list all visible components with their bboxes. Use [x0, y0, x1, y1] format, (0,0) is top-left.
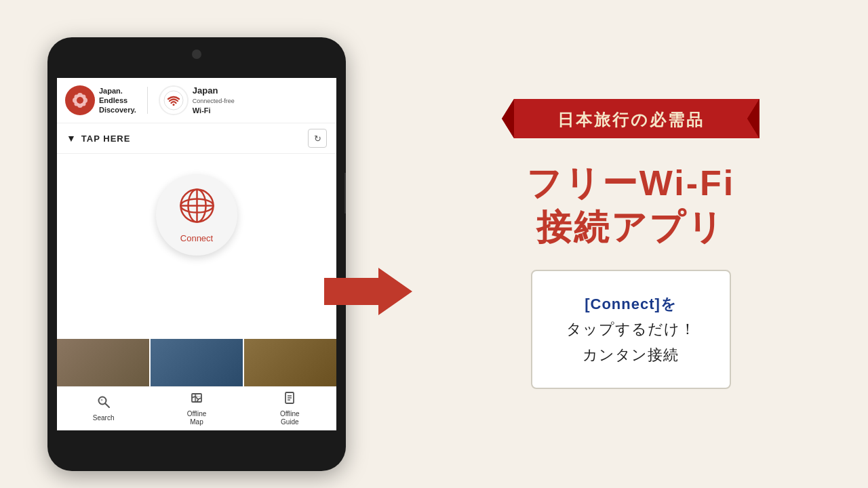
- ribbon-text: 日本旅行の必需品: [557, 109, 705, 131]
- connect-label: Connect: [180, 233, 213, 243]
- tap-here-left: ▼ TAP HERE: [66, 133, 130, 144]
- phone-mockup: Japan. Endless Discovery.: [47, 37, 346, 471]
- svg-point-10: [164, 91, 183, 110]
- jto-text: Japan. Endless Discovery.: [99, 86, 136, 115]
- right-section: 日本旅行の必需品 フリーWi-Fi 接続アプリ [Connect]を タップする…: [393, 0, 868, 488]
- phone-camera: [192, 49, 201, 59]
- ribbon-text-container: 日本旅行の必需品: [514, 99, 747, 141]
- tap-arrow-icon: ▼: [66, 133, 76, 144]
- jto-logo-circle: [65, 85, 95, 115]
- svg-line-18: [105, 404, 109, 408]
- svg-point-11: [172, 104, 174, 106]
- svg-point-19: [100, 399, 102, 401]
- info-box-text: [Connect]を タップするだけ！ カンタン接続: [566, 291, 696, 367]
- svg-marker-27: [502, 99, 514, 138]
- offline-guide-icon: [283, 391, 296, 408]
- thumbnail-strip: [57, 339, 336, 386]
- refresh-icon: ↻: [314, 134, 321, 144]
- info-line2: タップするだけ！: [566, 321, 696, 338]
- phone-side-button: [344, 173, 346, 214]
- jto-logo: Japan. Endless Discovery.: [65, 85, 136, 115]
- header-divider: [147, 87, 148, 114]
- main-title: フリーWi-Fi 接続アプリ: [526, 161, 736, 249]
- nav-search-label: Search: [93, 414, 115, 422]
- connect-button[interactable]: Connect: [156, 174, 237, 256]
- app-header: Japan. Endless Discovery.: [57, 78, 336, 123]
- wifi-brand-text: Japan Connected-free Wi-Fi: [193, 85, 235, 116]
- info-line1: [Connect]を: [585, 296, 677, 312]
- offline-map-icon: [190, 391, 203, 408]
- nav-offline-guide-label: OfflineGuide: [280, 410, 300, 426]
- svg-marker-25: [324, 268, 412, 315]
- left-section: Japan. Endless Discovery.: [0, 0, 393, 488]
- arrow-container: [324, 264, 412, 321]
- info-box: [Connect]を タップするだけ！ カンタン接続: [531, 270, 731, 389]
- search-icon: [97, 395, 111, 412]
- refresh-button[interactable]: ↻: [308, 129, 327, 148]
- globe-icon: [178, 187, 216, 229]
- thumbnail-1: [57, 339, 149, 386]
- thumbnail-2: [151, 339, 243, 386]
- svg-point-9: [77, 97, 83, 104]
- ribbon-container: 日本旅行の必需品: [502, 99, 760, 141]
- main-title-line1: フリーWi-Fi: [526, 161, 736, 205]
- connect-area: Connect: [57, 154, 336, 269]
- wifi-logo: Japan Connected-free Wi-Fi: [159, 85, 235, 116]
- tap-here-label: TAP HERE: [81, 134, 131, 144]
- thumbnail-3: [244, 339, 336, 386]
- info-line3: カンタン接続: [583, 346, 679, 363]
- wifi-circle: [159, 85, 189, 115]
- phone-screen: Japan. Endless Discovery.: [57, 78, 336, 430]
- tap-here-bar: ▼ TAP HERE ↻: [57, 123, 336, 154]
- nav-search[interactable]: Search: [57, 395, 150, 422]
- bottom-navigation: Search OfflineMap: [57, 386, 336, 430]
- main-title-line2: 接続アプリ: [526, 205, 736, 249]
- nav-offline-guide[interactable]: OfflineGuide: [243, 391, 336, 426]
- nav-offline-map-label: OfflineMap: [187, 410, 207, 426]
- nav-offline-map[interactable]: OfflineMap: [150, 391, 243, 426]
